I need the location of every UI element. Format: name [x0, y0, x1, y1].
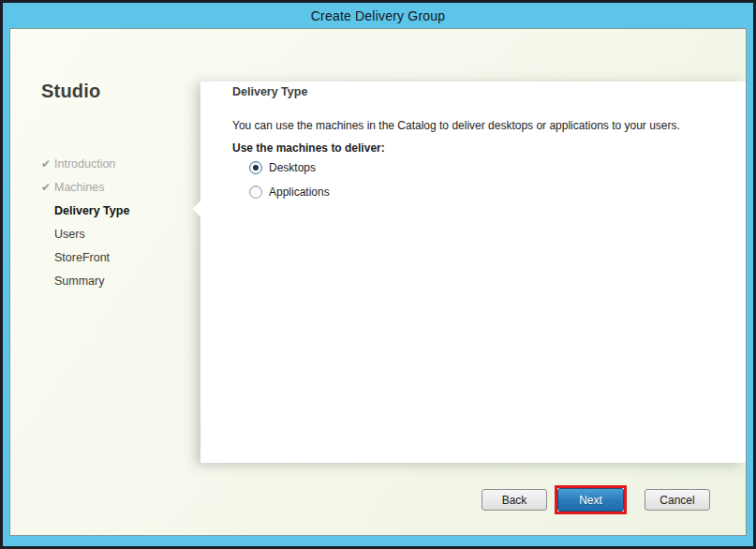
page-description: You can use the machines in the Catalog … — [232, 119, 723, 132]
step-storefront: StoreFront — [41, 245, 196, 269]
create-delivery-group-dialog: Create Delivery Group Studio ✔ Introduct… — [0, 0, 756, 549]
step-label: StoreFront — [54, 251, 110, 264]
step-introduction: ✔ Introduction — [41, 152, 196, 175]
desktops-radio-option[interactable]: Desktops — [249, 161, 316, 174]
deliver-question-label: Use the machines to deliver: — [232, 141, 385, 155]
step-label: Introduction — [54, 157, 115, 171]
desktops-radio[interactable] — [249, 161, 262, 174]
next-button[interactable]: Next — [557, 488, 624, 512]
step-completed-check-icon: ✔ — [41, 157, 54, 171]
step-label: Summary — [54, 274, 104, 288]
studio-brand-label: Studio — [41, 81, 100, 102]
cancel-button[interactable]: Cancel — [645, 489, 710, 511]
window-title: Create Delivery Group — [311, 8, 445, 23]
step-delivery-type: Delivery Type — [41, 199, 196, 222]
wizard-step-list: ✔ Introduction ✔ Machines Delivery Type … — [41, 152, 196, 292]
step-label: Delivery Type — [54, 204, 129, 217]
step-users: Users — [41, 222, 196, 245]
step-label: Users — [54, 228, 85, 241]
window-titlebar: Create Delivery Group — [3, 3, 753, 28]
step-summary: Summary — [41, 269, 196, 292]
step-machines: ✔ Machines — [41, 175, 196, 199]
applications-radio-label: Applications — [269, 185, 330, 199]
applications-radio-option[interactable]: Applications — [249, 185, 330, 199]
step-completed-check-icon: ✔ — [41, 181, 54, 194]
next-button-highlight-annotation: Next — [555, 485, 627, 514]
desktops-radio-label: Desktops — [269, 161, 316, 174]
step-label: Machines — [54, 181, 105, 194]
applications-radio[interactable] — [249, 185, 262, 199]
back-button[interactable]: Back — [482, 489, 547, 511]
wizard-body: Studio ✔ Introduction ✔ Machines Deliver… — [9, 28, 747, 536]
page-title: Delivery Type — [232, 85, 307, 98]
content-panel: Delivery Type You can use the machines i… — [200, 82, 746, 463]
